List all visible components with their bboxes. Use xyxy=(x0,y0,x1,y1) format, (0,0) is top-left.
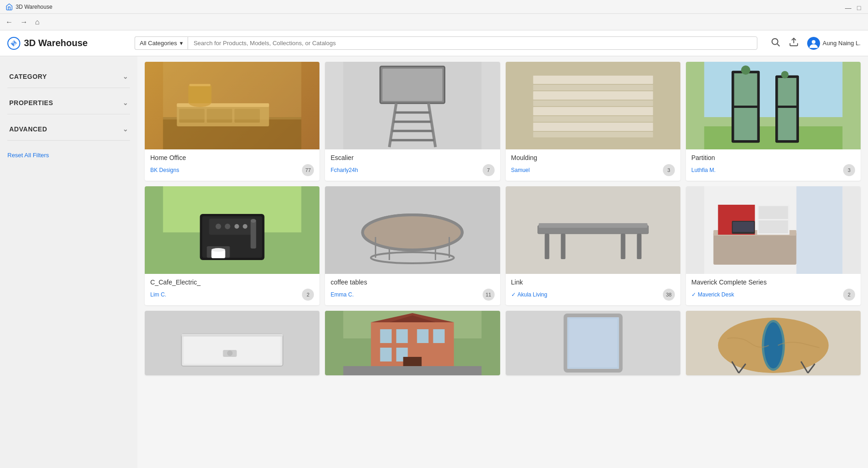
card-author-coffee-tables: Emma C. xyxy=(331,291,354,298)
warehouse-icon-small xyxy=(6,3,13,11)
header: 3D Warehouse All Categories ▾ xyxy=(0,30,868,56)
card-mirror[interactable] xyxy=(506,311,680,375)
card-shower[interactable] xyxy=(145,311,319,375)
card-escalier[interactable]: Escalier Fcharly24h 7 xyxy=(325,62,500,181)
card-title-moulding: Moulding xyxy=(511,154,675,161)
card-building[interactable] xyxy=(325,311,500,375)
back-button[interactable]: ← xyxy=(6,18,13,26)
home-button[interactable]: ⌂ xyxy=(35,18,40,26)
svg-point-51 xyxy=(225,224,230,229)
svg-line-2 xyxy=(777,44,779,46)
upload-button[interactable] xyxy=(789,37,799,49)
sidebar: CATEGORY ⌄ PROPERTIES ⌄ ADVANCED ⌄ Reset… xyxy=(0,56,137,468)
card-meta-home-office: BK Designs 77 xyxy=(150,164,314,176)
forward-button[interactable]: → xyxy=(20,18,28,26)
svg-rect-29 xyxy=(533,101,653,106)
svg-rect-33 xyxy=(533,132,653,137)
svg-rect-32 xyxy=(533,123,653,131)
svg-point-89 xyxy=(227,350,233,356)
card-info-home-office: Home Office BK Designs 77 xyxy=(145,149,319,181)
svg-rect-26 xyxy=(533,76,653,84)
card-title-escalier: Escalier xyxy=(331,154,494,161)
verified-icon-link: ✓ xyxy=(511,291,516,298)
card-image-link xyxy=(506,186,680,274)
card-home-office[interactable]: Home Office BK Designs 77 xyxy=(145,62,319,181)
svg-rect-74 xyxy=(538,223,647,228)
card-count-moulding: 3 xyxy=(663,164,675,176)
card-image-home-office xyxy=(145,62,319,149)
card-image-escalier xyxy=(325,62,500,149)
card-image-coffee-tables xyxy=(325,186,500,274)
card-count-cafe-electric: 2 xyxy=(302,289,314,301)
svg-rect-81 xyxy=(758,206,788,219)
properties-filter-label: PROPERTIES xyxy=(9,99,53,107)
svg-rect-35 xyxy=(704,62,842,117)
svg-rect-107 xyxy=(569,319,617,367)
svg-point-43 xyxy=(741,65,750,75)
svg-rect-39 xyxy=(734,108,757,140)
card-link[interactable]: Link ✓ Akula Living 38 xyxy=(506,186,680,305)
svg-rect-71 xyxy=(561,234,565,259)
card-info-maverick: Maverick Complete Series ✓ Maverick Desk… xyxy=(686,274,861,305)
card-count-maverick: 2 xyxy=(843,289,855,301)
logo-text: 3D Warehouse xyxy=(24,38,88,48)
card-info-cafe-electric: C_Cafe_Electric_ Lim C. 2 xyxy=(145,274,319,305)
svg-rect-76 xyxy=(796,186,842,274)
nav-bar: ← → ⌂ xyxy=(0,14,868,30)
card-info-moulding: Moulding Samuel 3 xyxy=(506,149,680,181)
search-area: All Categories ▾ xyxy=(135,36,757,50)
card-count-partition: 3 xyxy=(843,164,855,176)
maximize-button[interactable]: □ xyxy=(857,4,862,10)
card-author-partition: Luthfia M. xyxy=(691,167,716,173)
author-name-maverick: Maverick Desk xyxy=(698,291,734,298)
svg-rect-72 xyxy=(620,234,625,259)
card-count-home-office: 77 xyxy=(302,164,314,176)
search-button[interactable] xyxy=(770,37,780,49)
title-bar: 3D Warehouse — □ xyxy=(0,0,868,14)
svg-rect-70 xyxy=(544,234,549,259)
card-maverick[interactable]: Maverick Complete Series ✓ Maverick Desk… xyxy=(686,186,861,305)
reset-filters-link[interactable]: Reset All Filters xyxy=(7,152,49,159)
search-input[interactable] xyxy=(188,36,757,50)
svg-point-58 xyxy=(251,219,256,223)
card-title-link: Link xyxy=(511,278,675,286)
svg-point-1 xyxy=(772,39,778,45)
content-area: Home Office BK Designs 77 xyxy=(137,56,868,468)
card-coffee-tables[interactable]: coffee tables Emma C. 11 xyxy=(325,186,500,305)
header-actions: Aung Naing L. xyxy=(770,37,861,50)
advanced-filter-header[interactable]: ADVANCED ⌄ xyxy=(7,118,130,140)
card-count-link: 38 xyxy=(663,289,675,301)
card-title-partition: Partition xyxy=(691,154,855,161)
svg-point-111 xyxy=(764,322,782,368)
card-author-moulding: Samuel xyxy=(511,167,530,173)
user-name: Aung Naing L. xyxy=(823,40,861,47)
svg-rect-77 xyxy=(713,232,796,265)
minimize-button[interactable]: — xyxy=(845,4,850,10)
category-dropdown[interactable]: All Categories ▾ xyxy=(135,36,188,50)
category-dropdown-label: All Categories xyxy=(140,40,177,47)
user-area[interactable]: Aung Naing L. xyxy=(807,37,861,50)
properties-chevron-icon: ⌄ xyxy=(123,99,129,107)
svg-rect-84 xyxy=(732,222,754,232)
logo-area: 3D Warehouse xyxy=(7,37,127,50)
svg-rect-18 xyxy=(383,69,443,101)
card-count-coffee-tables: 11 xyxy=(483,289,495,301)
card-cafe-electric[interactable]: C_Cafe_Electric_ Lim C. 2 xyxy=(145,186,319,305)
card-image-river-table xyxy=(686,311,861,375)
card-river-table[interactable] xyxy=(686,311,861,375)
properties-filter-header[interactable]: PROPERTIES ⌄ xyxy=(7,92,130,114)
card-image-maverick xyxy=(686,186,861,274)
svg-rect-15 xyxy=(163,62,301,119)
card-author-maverick: ✓ Maverick Desk xyxy=(691,291,734,298)
category-filter-header[interactable]: CATEGORY ⌄ xyxy=(7,65,130,88)
card-partition[interactable]: Partition Luthfia M. 3 xyxy=(686,62,861,181)
svg-rect-27 xyxy=(533,85,653,90)
card-meta-link: ✓ Akula Living 38 xyxy=(511,289,675,301)
advanced-chevron-icon: ⌄ xyxy=(123,125,129,133)
svg-rect-97 xyxy=(396,329,408,343)
svg-rect-38 xyxy=(734,73,757,106)
card-image-moulding xyxy=(506,62,680,149)
advanced-filter-label: ADVANCED xyxy=(9,125,47,133)
card-moulding[interactable]: Moulding Samuel 3 xyxy=(506,62,680,181)
svg-rect-99 xyxy=(433,329,445,343)
